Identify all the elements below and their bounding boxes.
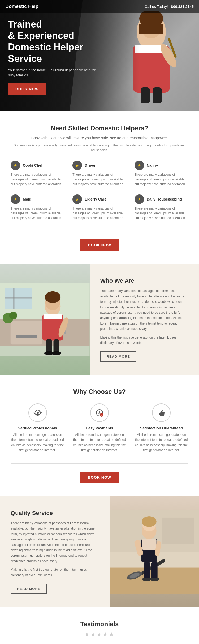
svg-rect-51 xyxy=(151,562,157,580)
svg-rect-50 xyxy=(144,562,150,580)
hero-book-button[interactable]: BOOK NOW xyxy=(8,83,46,95)
why-title: Why Choose Us? xyxy=(11,388,188,396)
quality-person-svg xyxy=(110,509,199,594)
service-name-maid: Maid xyxy=(23,197,31,201)
phone-label: Call us Today! xyxy=(145,5,168,9)
quality-image xyxy=(110,496,199,607)
service-name-driver: Driver xyxy=(85,163,95,167)
hero-section: Trained & Experienced Domestic Helper Se… xyxy=(0,0,199,111)
service-icon-driver: ★ xyxy=(72,161,82,170)
who-text-1: There are many variations of passages of… xyxy=(100,288,189,331)
why-item-payments: $ Easy Payments All the Lorem Ipsum gene… xyxy=(72,403,126,453)
services-book-button[interactable]: BOOK NOW xyxy=(80,239,119,251)
service-icon-nanny: ★ xyxy=(135,161,144,170)
services-desc-small: Our services is a professionally-managed… xyxy=(11,143,188,153)
service-item-cook: ★ Cook/ Chef There are many variations o… xyxy=(11,161,64,186)
service-item-elderly: ★ Elderly Care There are many variations… xyxy=(72,194,126,220)
service-item-maid: ★ Maid There are many variations of pass… xyxy=(11,194,64,220)
svg-rect-16 xyxy=(11,321,42,344)
svg-point-20 xyxy=(9,312,17,320)
services-grid: ★ Cook/ Chef There are many variations o… xyxy=(11,161,188,220)
service-item-housekeeping: ★ Daily Housekeeping There are many vari… xyxy=(135,194,188,220)
services-section: Need Skilled Domestic Helpers? Book with… xyxy=(0,111,199,264)
service-desc-cook: There are many variations of passages of… xyxy=(11,172,64,186)
quality-section: Quality Service There are many variation… xyxy=(0,496,199,607)
who-text-2: Making this the first true generator on … xyxy=(100,335,189,346)
svg-rect-52 xyxy=(142,578,151,581)
why-grid: Verified Professionals All the Lorem Ips… xyxy=(11,403,188,453)
service-icon-maid: ★ xyxy=(11,194,20,204)
svg-rect-17 xyxy=(16,335,37,338)
service-icon-housekeeping: ★ xyxy=(135,194,144,204)
why-item-verified: Verified Professionals All the Lorem Ips… xyxy=(11,403,64,453)
who-person-svg xyxy=(0,282,90,357)
who-title: Who We Are xyxy=(100,277,189,284)
svg-point-42 xyxy=(142,516,157,527)
why-desc-verified: All the Lorem Ipsum generators on the In… xyxy=(11,432,64,453)
who-read-more-button[interactable]: READ MORE xyxy=(100,351,136,362)
service-desc-maid: There are many variations of passages of… xyxy=(11,206,64,220)
testimonials-stars: ★★★★★ xyxy=(11,631,188,638)
who-content: Who We Are There are many variations of … xyxy=(90,264,199,375)
svg-point-25 xyxy=(45,291,61,303)
svg-point-32 xyxy=(37,412,39,414)
eye-icon xyxy=(28,403,47,422)
why-name-satisfaction: Satisfaction Guaranteed xyxy=(135,426,188,430)
quality-text-2: Making this the first true generator on … xyxy=(11,567,99,578)
service-desc-nanny: There are many variations of passages of… xyxy=(135,172,188,186)
why-desc-satisfaction: All the Lorem Ipsum generators on the In… xyxy=(135,432,188,453)
header-phone: Call us Today! 800.321.2145 xyxy=(145,5,194,9)
why-book-button[interactable]: BOOK NOW xyxy=(80,472,119,483)
service-item-driver: ★ Driver There are many variations of pa… xyxy=(72,161,126,186)
service-icon-elderly: ★ xyxy=(72,194,82,204)
who-image xyxy=(0,264,90,375)
service-desc-elderly: There are many variations of passages of… xyxy=(72,206,126,220)
testimonials-section: Testimonials ★★★★★ “ All the Lorem Ipsum… xyxy=(0,607,199,644)
service-desc-driver: There are many variations of passages of… xyxy=(72,172,126,186)
who-section: Who We Are There are many variations of … xyxy=(0,264,199,375)
service-desc-housekeeping: There are many variations of passages of… xyxy=(135,206,188,220)
payment-icon: $ xyxy=(90,403,109,422)
service-name-cook: Cook/ Chef xyxy=(23,163,42,167)
svg-point-30 xyxy=(52,351,61,355)
hero-title: Trained & Experienced Domestic Helper Se… xyxy=(8,19,102,64)
why-name-payments: Easy Payments xyxy=(72,426,126,430)
svg-rect-23 xyxy=(44,314,62,319)
header: Domestic Help Call us Today! 800.321.214… xyxy=(0,0,199,13)
quality-read-more-button[interactable]: READ MORE xyxy=(11,584,47,594)
service-name-nanny: Nanny xyxy=(147,163,158,167)
thumbs-up-icon xyxy=(152,403,171,422)
quality-text-1: There are many variations of passages of… xyxy=(11,521,99,564)
testimonials-title: Testimonials xyxy=(11,620,188,628)
svg-rect-53 xyxy=(150,578,159,581)
services-desc: Book with us and we will ensure you have… xyxy=(11,135,188,141)
why-name-verified: Verified Professionals xyxy=(11,426,64,430)
svg-rect-14 xyxy=(5,297,32,299)
phone-number: 800.321.2145 xyxy=(171,5,194,9)
svg-rect-38 xyxy=(162,518,194,544)
hero-subtitle: Your partner in the home.... all-round d… xyxy=(8,68,102,78)
why-item-satisfaction: Satisfaction Guaranteed All the Lorem Ip… xyxy=(135,403,188,453)
service-icon-cook: ★ xyxy=(11,161,20,170)
why-desc-payments: All the Lorem Ipsum generators on the In… xyxy=(72,432,126,453)
why-section: Why Choose Us? Verified Professionals Al… xyxy=(0,375,199,496)
services-title: Need Skilled Domestic Helpers? xyxy=(11,125,188,132)
quality-title: Quality Service xyxy=(11,510,99,517)
svg-rect-44 xyxy=(142,539,157,550)
service-item-nanny: ★ Nanny There are many variations of pas… xyxy=(135,161,188,186)
service-name-housekeeping: Daily Housekeeping xyxy=(147,197,182,201)
quality-content: Quality Service There are many variation… xyxy=(0,496,110,607)
service-name-elderly: Elderly Care xyxy=(85,197,106,201)
brand-name: Domestic Help xyxy=(5,4,38,9)
